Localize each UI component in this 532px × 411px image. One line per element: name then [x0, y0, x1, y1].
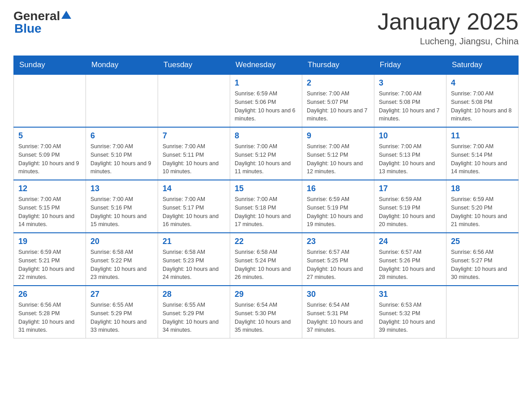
calendar-cell: 13Sunrise: 7:00 AMSunset: 5:16 PMDayligh…: [86, 180, 158, 233]
weekday-header: Thursday: [302, 56, 374, 75]
calendar-subtitle: Lucheng, Jiangsu, China: [378, 36, 519, 47]
day-number: 31: [379, 290, 442, 299]
calendar-week-row: 12Sunrise: 7:00 AMSunset: 5:15 PMDayligh…: [14, 180, 519, 233]
day-info: Sunrise: 6:57 AMSunset: 5:26 PMDaylight:…: [379, 248, 442, 282]
day-number: 21: [163, 237, 225, 246]
day-number: 29: [235, 290, 297, 299]
day-info: Sunrise: 6:56 AMSunset: 5:27 PMDaylight:…: [451, 248, 514, 282]
day-number: 5: [18, 131, 81, 141]
calendar-cell: 10Sunrise: 7:00 AMSunset: 5:13 PMDayligh…: [374, 127, 446, 180]
calendar-cell: 17Sunrise: 6:59 AMSunset: 5:19 PMDayligh…: [374, 180, 446, 233]
day-info: Sunrise: 6:58 AMSunset: 5:22 PMDaylight:…: [90, 248, 153, 282]
calendar-cell: 2Sunrise: 7:00 AMSunset: 5:07 PMDaylight…: [302, 74, 374, 127]
weekday-header: Wednesday: [230, 56, 302, 75]
day-number: 12: [18, 184, 81, 193]
calendar-cell: [446, 286, 519, 338]
day-info: Sunrise: 7:00 AMSunset: 5:14 PMDaylight:…: [451, 142, 514, 176]
day-info: Sunrise: 6:55 AMSunset: 5:29 PMDaylight:…: [163, 301, 225, 334]
day-info: Sunrise: 6:57 AMSunset: 5:25 PMDaylight:…: [307, 248, 369, 282]
weekday-header: Saturday: [446, 56, 519, 75]
calendar-cell: 31Sunrise: 6:53 AMSunset: 5:32 PMDayligh…: [374, 286, 446, 338]
weekday-header: Friday: [374, 56, 446, 75]
calendar-cell: 9Sunrise: 7:00 AMSunset: 5:12 PMDaylight…: [302, 127, 374, 180]
weekday-header: Sunday: [14, 56, 86, 75]
calendar-cell: 5Sunrise: 7:00 AMSunset: 5:09 PMDaylight…: [14, 127, 86, 180]
logo-triangle-icon: [61, 10, 71, 20]
calendar-header-row: SundayMondayTuesdayWednesdayThursdayFrid…: [14, 56, 519, 75]
day-info: Sunrise: 6:54 AMSunset: 5:30 PMDaylight:…: [235, 301, 297, 334]
day-info: Sunrise: 7:00 AMSunset: 5:17 PMDaylight:…: [163, 195, 225, 229]
calendar-cell: 3Sunrise: 7:00 AMSunset: 5:08 PMDaylight…: [374, 74, 446, 127]
calendar-cell: 26Sunrise: 6:56 AMSunset: 5:28 PMDayligh…: [14, 286, 86, 338]
day-info: Sunrise: 7:00 AMSunset: 5:12 PMDaylight:…: [307, 142, 369, 176]
calendar-cell: 16Sunrise: 6:59 AMSunset: 5:19 PMDayligh…: [302, 180, 374, 233]
calendar-cell: 7Sunrise: 7:00 AMSunset: 5:11 PMDaylight…: [158, 127, 230, 180]
day-number: 2: [307, 78, 369, 88]
calendar-cell: 14Sunrise: 7:00 AMSunset: 5:17 PMDayligh…: [158, 180, 230, 233]
day-info: Sunrise: 7:00 AMSunset: 5:15 PMDaylight:…: [18, 195, 81, 229]
calendar-cell: 29Sunrise: 6:54 AMSunset: 5:30 PMDayligh…: [230, 286, 302, 338]
day-info: Sunrise: 6:59 AMSunset: 5:19 PMDaylight:…: [307, 195, 369, 229]
day-number: 26: [18, 290, 81, 299]
calendar-week-row: 5Sunrise: 7:00 AMSunset: 5:09 PMDaylight…: [14, 127, 519, 180]
day-number: 28: [163, 290, 225, 299]
svg-marker-0: [61, 11, 71, 19]
day-info: Sunrise: 6:58 AMSunset: 5:23 PMDaylight:…: [163, 248, 225, 282]
calendar-week-row: 26Sunrise: 6:56 AMSunset: 5:28 PMDayligh…: [14, 286, 519, 338]
day-info: Sunrise: 6:58 AMSunset: 5:24 PMDaylight:…: [235, 248, 297, 282]
calendar-week-row: 1Sunrise: 6:59 AMSunset: 5:06 PMDaylight…: [14, 74, 519, 127]
day-info: Sunrise: 6:56 AMSunset: 5:28 PMDaylight:…: [18, 301, 81, 334]
day-number: 6: [90, 131, 153, 141]
calendar-table: SundayMondayTuesdayWednesdayThursdayFrid…: [13, 56, 519, 338]
day-number: 10: [379, 131, 442, 141]
day-info: Sunrise: 6:59 AMSunset: 5:20 PMDaylight:…: [451, 195, 514, 229]
calendar-cell: 27Sunrise: 6:55 AMSunset: 5:29 PMDayligh…: [86, 286, 158, 338]
day-number: 20: [90, 237, 153, 246]
calendar-cell: 4Sunrise: 7:00 AMSunset: 5:08 PMDaylight…: [446, 74, 519, 127]
day-number: 4: [451, 78, 514, 88]
day-number: 13: [90, 184, 153, 193]
calendar-cell: 1Sunrise: 6:59 AMSunset: 5:06 PMDaylight…: [230, 74, 302, 127]
day-info: Sunrise: 7:00 AMSunset: 5:16 PMDaylight:…: [90, 195, 153, 229]
day-number: 7: [163, 131, 225, 141]
day-info: Sunrise: 6:55 AMSunset: 5:29 PMDaylight:…: [90, 301, 153, 334]
day-number: 30: [307, 290, 369, 299]
day-number: 25: [451, 237, 514, 246]
day-number: 8: [235, 131, 297, 141]
logo: General Blue: [13, 9, 71, 36]
day-info: Sunrise: 6:53 AMSunset: 5:32 PMDaylight:…: [379, 301, 442, 334]
day-number: 1: [235, 78, 297, 88]
calendar-cell: 19Sunrise: 6:59 AMSunset: 5:21 PMDayligh…: [14, 233, 86, 286]
day-info: Sunrise: 7:00 AMSunset: 5:09 PMDaylight:…: [18, 142, 81, 176]
calendar-cell: 18Sunrise: 6:59 AMSunset: 5:20 PMDayligh…: [446, 180, 519, 233]
calendar-cell: 21Sunrise: 6:58 AMSunset: 5:23 PMDayligh…: [158, 233, 230, 286]
page-header: General Blue January 2025 Lucheng, Jiang…: [13, 9, 519, 47]
day-info: Sunrise: 6:54 AMSunset: 5:31 PMDaylight:…: [307, 301, 369, 334]
day-number: 3: [379, 78, 442, 88]
day-number: 23: [307, 237, 369, 246]
day-number: 22: [235, 237, 297, 246]
day-info: Sunrise: 7:00 AMSunset: 5:18 PMDaylight:…: [235, 195, 297, 229]
calendar-title: January 2025: [378, 9, 519, 34]
day-number: 9: [307, 131, 369, 141]
day-number: 19: [18, 237, 81, 246]
day-number: 18: [451, 184, 514, 193]
calendar-cell: 30Sunrise: 6:54 AMSunset: 5:31 PMDayligh…: [302, 286, 374, 338]
calendar-cell: 11Sunrise: 7:00 AMSunset: 5:14 PMDayligh…: [446, 127, 519, 180]
day-number: 16: [307, 184, 369, 193]
day-info: Sunrise: 7:00 AMSunset: 5:11 PMDaylight:…: [163, 142, 225, 176]
calendar-cell: 12Sunrise: 7:00 AMSunset: 5:15 PMDayligh…: [14, 180, 86, 233]
calendar-cell: 23Sunrise: 6:57 AMSunset: 5:25 PMDayligh…: [302, 233, 374, 286]
day-number: 27: [90, 290, 153, 299]
calendar-cell: 24Sunrise: 6:57 AMSunset: 5:26 PMDayligh…: [374, 233, 446, 286]
day-info: Sunrise: 6:59 AMSunset: 5:19 PMDaylight:…: [379, 195, 442, 229]
day-number: 17: [379, 184, 442, 193]
weekday-header: Tuesday: [158, 56, 230, 75]
calendar-cell: 20Sunrise: 6:58 AMSunset: 5:22 PMDayligh…: [86, 233, 158, 286]
calendar-cell: 28Sunrise: 6:55 AMSunset: 5:29 PMDayligh…: [158, 286, 230, 338]
calendar-cell: 22Sunrise: 6:58 AMSunset: 5:24 PMDayligh…: [230, 233, 302, 286]
calendar-cell: [86, 74, 158, 127]
day-info: Sunrise: 7:00 AMSunset: 5:07 PMDaylight:…: [307, 90, 369, 123]
day-info: Sunrise: 7:00 AMSunset: 5:10 PMDaylight:…: [90, 142, 153, 176]
calendar-cell: 8Sunrise: 7:00 AMSunset: 5:12 PMDaylight…: [230, 127, 302, 180]
